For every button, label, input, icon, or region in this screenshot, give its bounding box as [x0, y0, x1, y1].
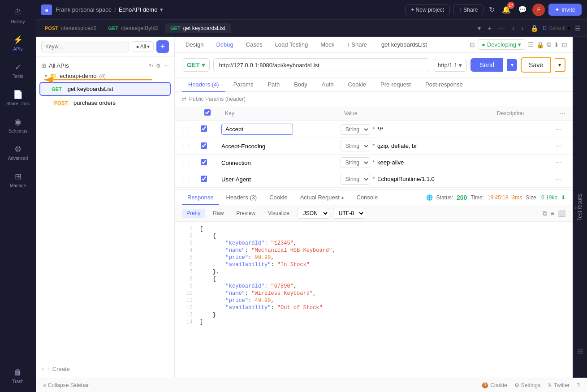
- method-selector[interactable]: GET ▾: [182, 58, 210, 72]
- invite-button[interactable]: ✦ Invite: [548, 4, 582, 16]
- api-item-purchase-orders[interactable]: POST purchase orders: [36, 97, 174, 109]
- copy-icon[interactable]: ⧉: [547, 41, 551, 48]
- refresh-button[interactable]: ↻: [487, 4, 496, 16]
- response-tab-console[interactable]: Console: [351, 190, 384, 205]
- tab-prev-button[interactable]: ‹: [509, 24, 517, 33]
- row-more-button[interactable]: ⋯: [556, 126, 562, 133]
- drag-handle[interactable]: ⋮⋮: [178, 176, 194, 183]
- type-selector[interactable]: String: [341, 124, 370, 135]
- params-tab-body[interactable]: Body: [288, 78, 314, 92]
- params-tab-headers[interactable]: Headers (4): [182, 78, 225, 92]
- download-icon-response[interactable]: ⬇: [561, 194, 565, 201]
- more-options-button[interactable]: ⋯: [559, 110, 565, 117]
- env-selector[interactable]: ● Developing ▾: [478, 39, 525, 50]
- send-dropdown-button[interactable]: ▾: [507, 59, 517, 71]
- response-tab-actual[interactable]: Actual Request ●: [295, 190, 350, 205]
- row-checkbox[interactable]: [201, 125, 207, 132]
- list-icon[interactable]: ☰: [528, 41, 534, 48]
- save-button[interactable]: Save: [521, 57, 551, 73]
- tab-dropdown-button[interactable]: ▾: [475, 24, 483, 33]
- type-selector[interactable]: String: [341, 141, 370, 151]
- test-results-label[interactable]: Test results: [577, 194, 583, 221]
- type-selector[interactable]: String: [341, 157, 370, 168]
- params-tab-cookie[interactable]: Cookie: [342, 78, 372, 92]
- tab-load-testing[interactable]: Load Testing: [270, 39, 314, 50]
- settings-icon[interactable]: ⚙: [156, 63, 161, 69]
- messages-button[interactable]: 💬: [516, 4, 529, 16]
- sidebar-item-advanced[interactable]: ⚙ Advanced: [3, 140, 33, 165]
- download-icon[interactable]: ⬇: [554, 41, 559, 48]
- http-version-selector[interactable]: http/1.1 ▾: [433, 59, 467, 72]
- row-checkbox[interactable]: [201, 159, 207, 165]
- format-response-icon[interactable]: ≡: [551, 210, 554, 217]
- sidebar-item-schemas[interactable]: ◉ Schemas: [3, 112, 33, 138]
- share-button[interactable]: ↑ Share: [453, 4, 483, 15]
- copy-response-icon[interactable]: ⧉: [543, 210, 547, 217]
- tab-post-upload[interactable]: POST /demo/upload2: [39, 23, 102, 33]
- drag-handle[interactable]: ⋮⋮: [178, 143, 194, 150]
- grid-view-icon[interactable]: ⊞: [577, 347, 583, 355]
- params-tab-params[interactable]: Params: [227, 78, 260, 92]
- view-raw[interactable]: Raw: [208, 209, 228, 218]
- params-tab-post-response[interactable]: Post-response: [419, 78, 469, 92]
- tab-debug[interactable]: Debug: [211, 39, 238, 50]
- type-selector[interactable]: String: [341, 174, 370, 185]
- drag-handle[interactable]: ⋮⋮: [178, 126, 194, 133]
- row-more-button[interactable]: ⋯: [556, 176, 562, 183]
- params-tab-path[interactable]: Path: [261, 78, 286, 92]
- params-tab-pre-request[interactable]: Pre-request: [374, 78, 417, 92]
- sidebar-item-apis[interactable]: ⚡ APIs: [3, 30, 33, 56]
- api-group-echoapi[interactable]: ▾ 📁 echoapi-demo (4): [36, 71, 174, 81]
- all-apis-header[interactable]: ⊞ All APIs ↻ ⚙ ⋯: [36, 60, 174, 71]
- layout-icon[interactable]: ⊟: [470, 41, 475, 48]
- create-api-button[interactable]: + + Create: [41, 364, 169, 374]
- avatar[interactable]: F: [532, 4, 545, 16]
- help-button[interactable]: ?: [577, 382, 580, 388]
- lock-icon-api[interactable]: 🔒: [536, 41, 544, 48]
- tab-cases[interactable]: Cases: [241, 39, 268, 50]
- sidebar-item-share-docs[interactable]: 📄 Share Docs: [3, 85, 33, 111]
- row-checkbox[interactable]: [201, 176, 207, 182]
- row-more-button[interactable]: ⋯: [556, 159, 562, 166]
- sidebar-item-tests[interactable]: ✓ Tests: [3, 58, 33, 83]
- view-pretty[interactable]: Pretty: [182, 209, 205, 218]
- view-preview[interactable]: Preview: [232, 209, 260, 218]
- params-tab-auth[interactable]: Auth: [315, 78, 340, 92]
- add-api-button[interactable]: +: [156, 40, 169, 53]
- api-item-keyboards[interactable]: GET get keyboardsList: [39, 82, 171, 96]
- expand-panel-icon[interactable]: ⊡: [562, 41, 567, 48]
- tab-share[interactable]: ↑ Share: [341, 39, 372, 50]
- more-tabs-button[interactable]: ⋯: [496, 24, 508, 33]
- tab-design[interactable]: Design: [180, 39, 209, 50]
- settings-button-bottom[interactable]: ⚙ Settings: [514, 382, 540, 388]
- collapse-sidebar-button[interactable]: « Collapse Sidebar: [43, 382, 89, 388]
- twitter-button[interactable]: 𝕏 Twitter: [548, 382, 570, 388]
- send-button[interactable]: Send: [470, 58, 503, 72]
- response-tab-headers[interactable]: Headers (3): [221, 190, 263, 205]
- tab-next-button[interactable]: ›: [519, 24, 527, 33]
- settings-icon-tab[interactable]: ☰: [572, 24, 583, 33]
- response-tab-cookie[interactable]: Cookie: [264, 190, 293, 205]
- tab-get-keyboards[interactable]: GET get keyboardsList: [165, 23, 231, 33]
- sidebar-item-trash[interactable]: 🗑 Trash: [9, 363, 27, 388]
- cookie-button[interactable]: 🍪 Cookie: [482, 382, 507, 388]
- save-dropdown-button[interactable]: ▾: [555, 58, 565, 72]
- add-tab-button[interactable]: +: [485, 24, 494, 33]
- tab-get-byid[interactable]: GET /demo/getById2: [103, 23, 164, 33]
- new-project-button[interactable]: + New project: [405, 4, 450, 15]
- more-icon[interactable]: ⋯: [164, 63, 169, 69]
- drag-handle[interactable]: ⋮⋮: [178, 159, 194, 166]
- encoding-selector[interactable]: UTF-8: [333, 208, 365, 219]
- format-selector[interactable]: JSON: [298, 208, 329, 219]
- row-checkbox[interactable]: [201, 142, 207, 149]
- sync-icon[interactable]: ↻: [149, 63, 153, 69]
- select-all-checkbox[interactable]: [204, 109, 211, 116]
- filter-dropdown[interactable]: ● All ▾: [132, 41, 154, 52]
- response-tab-response[interactable]: Response: [182, 190, 219, 205]
- notification-button[interactable]: 🔔 17: [500, 4, 513, 16]
- tab-mock[interactable]: Mock: [315, 39, 340, 50]
- url-input[interactable]: [213, 58, 429, 72]
- wrap-response-icon[interactable]: ⬜: [558, 210, 565, 217]
- sidebar-item-manage[interactable]: ⊞ Manage: [3, 167, 33, 193]
- key-input[interactable]: [221, 124, 293, 135]
